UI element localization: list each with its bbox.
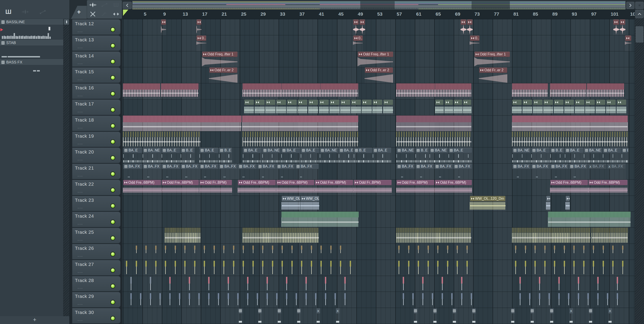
note-hit[interactable] — [301, 260, 302, 276]
track-lane[interactable] — [122, 212, 634, 228]
note-hit[interactable] — [428, 260, 429, 276]
note-hit[interactable] — [578, 276, 580, 292]
pattern-clip[interactable]: BA..NE — [584, 147, 602, 163]
note-hit[interactable] — [583, 260, 585, 276]
note-hit[interactable] — [564, 244, 565, 260]
audio-clip[interactable]: Odd Fre..6BPM) — [276, 180, 314, 196]
audio-clip[interactable] — [606, 99, 616, 115]
pattern-clip[interactable]: BA..E — [242, 147, 262, 163]
audio-clip[interactable] — [276, 99, 286, 115]
pattern-clip[interactable]: B..E — [354, 147, 372, 163]
pattern-clip[interactable]: BA..FX — [199, 164, 218, 179]
note-hit[interactable] — [282, 260, 283, 276]
vertical-scrollbar-thumb[interactable] — [636, 26, 643, 42]
note-hit[interactable] — [266, 276, 268, 292]
pattern-preview[interactable] — [0, 46, 63, 59]
track-lane[interactable] — [122, 244, 634, 260]
note-hit[interactable] — [466, 260, 468, 276]
note-hit[interactable] — [564, 260, 565, 276]
note-hit[interactable] — [184, 244, 186, 260]
note-hit[interactable] — [344, 276, 346, 292]
track-enable-led[interactable] — [110, 43, 116, 48]
note-hit[interactable] — [136, 244, 137, 260]
pattern-clip[interactable]: BA..FX — [550, 164, 569, 179]
pattern-clip[interactable]: BA..FX — [295, 164, 319, 179]
note-hit[interactable] — [428, 244, 429, 260]
pattern-clip[interactable]: BA..FX — [180, 164, 199, 179]
pattern-clip[interactable]: BA..FX — [238, 164, 257, 179]
timeline-ruler[interactable]: 5913172125293337414549535761656973778185… — [122, 9, 634, 19]
note-hit[interactable] — [330, 260, 332, 276]
audio-clip[interactable] — [512, 132, 628, 147]
track-lane[interactable] — [122, 292, 634, 308]
audio-clip[interactable] — [522, 99, 532, 115]
note-hit[interactable] — [539, 276, 540, 292]
note-hit[interactable] — [189, 276, 190, 292]
note-hit[interactable] — [198, 292, 200, 308]
audio-clip[interactable] — [359, 19, 365, 35]
audio-clip[interactable] — [372, 99, 382, 115]
note-hit[interactable] — [515, 244, 516, 260]
audio-clip[interactable]: WW_OL..120_Dm — [470, 196, 506, 212]
audio-clip[interactable]: Odd Fre..6BPM) — [588, 180, 628, 196]
pattern-clip[interactable]: BA..FX — [531, 164, 550, 179]
note-hit[interactable] — [252, 244, 254, 260]
audio-clip[interactable] — [512, 99, 522, 115]
note-hit[interactable] — [136, 260, 137, 276]
audio-clip[interactable] — [454, 99, 462, 115]
track-options-dots[interactable]: ... — [78, 92, 83, 97]
pattern-clip[interactable]: BA..FX — [434, 164, 453, 179]
note-hit[interactable] — [617, 292, 618, 308]
pattern-clip[interactable]: BA..E — [448, 147, 472, 163]
audio-clip[interactable] — [330, 99, 340, 115]
track-enable-led[interactable] — [110, 155, 116, 160]
audio-clip[interactable] — [512, 115, 628, 131]
pattern-clip[interactable]: BA..NE — [396, 147, 415, 163]
note-hit[interactable] — [593, 244, 594, 260]
track-header[interactable]: Track 17... — [72, 99, 120, 115]
audio-clip[interactable] — [362, 99, 372, 115]
note-hit[interactable] — [612, 244, 614, 260]
pattern-clip[interactable]: BA..FX — [396, 164, 415, 179]
track-options-dots[interactable]: ... — [78, 125, 83, 130]
note-hit[interactable] — [223, 244, 225, 260]
track-enable-led[interactable] — [110, 187, 116, 193]
pattern-clip[interactable]: B..E — [415, 147, 429, 163]
audio-clip[interactable] — [320, 83, 358, 99]
note-hit[interactable] — [194, 260, 196, 276]
note-hit[interactable] — [554, 260, 556, 276]
pattern-clip[interactable]: BA..NE — [142, 147, 161, 163]
audio-clip[interactable] — [575, 99, 585, 115]
audio-clip[interactable]: Odd Freq..ifter 1 — [474, 51, 510, 67]
note-hit[interactable] — [242, 244, 244, 260]
pattern-clip[interactable]: BA..E — [300, 147, 319, 163]
audio-clip[interactable] — [546, 196, 550, 212]
note-hit[interactable] — [412, 292, 414, 308]
audio-clip[interactable]: WW_OL..ick_Dm — [300, 196, 319, 212]
track-enable-led[interactable] — [110, 123, 116, 128]
note-hit[interactable] — [422, 276, 424, 292]
audio-clip[interactable] — [544, 99, 553, 115]
track-options-dots[interactable]: ... — [78, 76, 83, 81]
track-lane[interactable] — [122, 19, 634, 35]
note-hit[interactable] — [544, 244, 546, 260]
track-header[interactable]: Track 12... — [72, 19, 120, 35]
track-options-dots[interactable]: ... — [78, 317, 83, 322]
note-hit[interactable] — [422, 292, 424, 308]
audio-clip[interactable] — [351, 99, 361, 115]
note-hit[interactable] — [617, 276, 618, 292]
scroll-left-button[interactable] — [123, 2, 132, 9]
audio-clip[interactable]: Odd Fr..er 2 — [209, 67, 238, 83]
note-hit[interactable] — [398, 260, 400, 276]
track-options-dots[interactable]: ... — [78, 269, 83, 274]
note-hit[interactable] — [204, 260, 205, 276]
note-hit[interactable] — [301, 244, 302, 260]
audio-clip[interactable]: Odd Fr..BPM) — [199, 180, 232, 196]
note-hit[interactable] — [291, 244, 293, 260]
note-hit[interactable] — [603, 260, 604, 276]
audio-clip[interactable] — [585, 99, 595, 115]
add-track-button[interactable]: + — [71, 6, 87, 19]
track-lane[interactable]: 0..0..0.. — [122, 35, 634, 51]
track-lane[interactable]: WW_OL..ick_DmWW_OL..ick_DmWW_OL..120_Dm — [122, 196, 634, 212]
audio-clip[interactable]: 0.. — [470, 35, 480, 51]
